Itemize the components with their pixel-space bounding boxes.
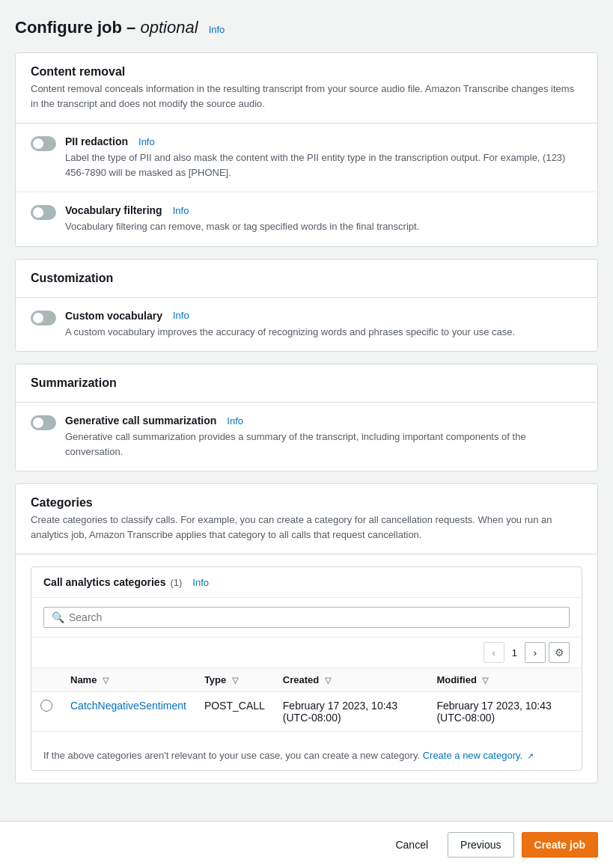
custom-vocabulary-slider	[31, 311, 56, 326]
custom-vocabulary-row: Custom vocabulary Info A custom vocabula…	[16, 298, 597, 352]
vocabulary-filtering-info-link[interactable]: Info	[173, 205, 189, 216]
sort-icon-type: ▽	[232, 676, 238, 685]
pii-redaction-content: PII redaction Info Label the type of PII…	[65, 135, 582, 180]
customization-title: Customization	[31, 272, 582, 285]
generative-call-row: Generative call summarization Info Gener…	[16, 403, 597, 471]
call-analytics-categories-card: Call analytics categories (1) Info 🔍 ‹ 1…	[31, 566, 582, 771]
create-job-button[interactable]: Create job	[522, 832, 598, 858]
create-new-category-link[interactable]: Create a new category. ↗	[423, 750, 534, 761]
summarization-section: Summarization Generative call summarizat…	[15, 364, 598, 471]
content-removal-section: Content removal Content removal conceals…	[15, 52, 598, 247]
customization-header: Customization	[16, 260, 597, 298]
vocabulary-filtering-description: Vocabulary filtering can remove, mask or…	[65, 219, 582, 234]
table-header-radio	[31, 668, 61, 692]
pagination-prev-button[interactable]: ‹	[484, 642, 504, 663]
pii-redaction-info-link[interactable]: Info	[138, 136, 155, 147]
customization-body: Custom vocabulary Info A custom vocabula…	[16, 298, 597, 352]
categories-count: (1)	[170, 577, 182, 588]
footer-note: If the above categories aren't relevant …	[31, 741, 582, 770]
customization-section: Customization Custom vocabulary Info A c…	[15, 259, 598, 352]
vocabulary-filtering-content: Vocabulary filtering Info Vocabulary fil…	[65, 204, 582, 234]
row-name-link[interactable]: CatchNegativeSentiment	[70, 700, 186, 712]
pii-redaction-row: PII redaction Info Label the type of PII…	[16, 123, 597, 192]
content-removal-body: PII redaction Info Label the type of PII…	[16, 123, 597, 246]
cancel-button[interactable]: Cancel	[383, 833, 440, 857]
table-header-modified: Modified ▽	[427, 668, 582, 692]
search-icon: 🔍	[52, 611, 64, 623]
content-removal-title: Content removal	[31, 65, 582, 79]
custom-vocabulary-description: A custom vocabulary improves the accurac…	[65, 325, 582, 340]
row-type-cell: POST_CALL	[195, 692, 274, 732]
generative-call-description: Generative call summarization provides a…	[65, 430, 582, 459]
categories-section: Categories Create categories to classify…	[15, 483, 598, 783]
search-bar: 🔍	[43, 607, 570, 628]
generative-call-info-link[interactable]: Info	[227, 415, 243, 427]
content-removal-description: Content removal conceals information in …	[31, 82, 582, 111]
categories-table: Name ▽ Type ▽ Created ▽ Modified ▽ Catch…	[31, 668, 582, 732]
custom-vocabulary-content: Custom vocabulary Info A custom vocabula…	[65, 310, 582, 340]
table-settings-button[interactable]: ⚙	[549, 642, 570, 663]
custom-vocabulary-toggle[interactable]	[31, 311, 56, 326]
categories-description: Create categories to classify calls. For…	[31, 513, 582, 542]
sort-icon-created: ▽	[325, 676, 331, 685]
row-radio-cell	[31, 692, 61, 732]
row-modified-cell: February 17 2023, 10:43 (UTC-08:00)	[427, 692, 582, 732]
vocabulary-filtering-toggle[interactable]	[31, 205, 56, 220]
categories-header: Categories Create categories to classify…	[16, 484, 597, 554]
sort-icon-modified: ▽	[482, 676, 488, 685]
table-header-name: Name ▽	[61, 668, 195, 692]
categories-info-link[interactable]: Info	[192, 577, 209, 588]
categories-body: Call analytics categories (1) Info 🔍 ‹ 1…	[16, 554, 597, 783]
summarization-body: Generative call summarization Info Gener…	[16, 403, 597, 471]
pii-redaction-description: Label the type of PII and also mask the …	[65, 150, 582, 180]
vocabulary-filtering-label: Vocabulary filtering	[65, 204, 162, 216]
row-created-cell: February 17 2023, 10:43 (UTC-08:00)	[274, 692, 428, 732]
pii-redaction-label: PII redaction	[65, 135, 128, 147]
table-body: CatchNegativeSentiment POST_CALL Februar…	[31, 692, 582, 732]
custom-vocabulary-label: Custom vocabulary	[65, 310, 162, 322]
summarization-header: Summarization	[16, 364, 597, 403]
inner-card-header: Call analytics categories (1) Info	[31, 567, 582, 598]
table-header-row: Name ▽ Type ▽ Created ▽ Modified ▽	[31, 668, 582, 692]
pii-redaction-slider	[31, 136, 56, 151]
search-bar-row: 🔍	[31, 598, 582, 638]
search-input[interactable]	[69, 611, 561, 623]
vocabulary-filtering-slider	[31, 205, 56, 220]
page-title: Configure job – optional Info	[15, 18, 598, 37]
table-header-created: Created ▽	[274, 668, 428, 692]
previous-button[interactable]: Previous	[448, 832, 513, 858]
vocabulary-filtering-row: Vocabulary filtering Info Vocabulary fil…	[16, 192, 597, 246]
pagination-next-button[interactable]: ›	[525, 642, 546, 663]
sort-icon-name: ▽	[103, 676, 109, 685]
table-header-type: Type ▽	[195, 668, 274, 692]
inner-card-title: Call analytics categories	[43, 576, 165, 588]
generative-call-slider	[31, 415, 56, 430]
summarization-title: Summarization	[31, 376, 582, 390]
generative-call-content: Generative call summarization Info Gener…	[65, 415, 582, 459]
generative-call-toggle[interactable]	[31, 415, 56, 430]
row-name-cell: CatchNegativeSentiment	[61, 692, 195, 732]
pagination-current: 1	[507, 647, 522, 658]
page-info-link[interactable]: Info	[209, 24, 225, 35]
row-radio-input[interactable]	[40, 700, 52, 712]
action-bar: Cancel Previous Create job	[0, 821, 613, 868]
external-link-icon: ↗	[527, 751, 534, 760]
table-row: CatchNegativeSentiment POST_CALL Februar…	[31, 692, 582, 732]
content-removal-header: Content removal Content removal conceals…	[16, 53, 597, 123]
categories-title: Categories	[31, 496, 582, 510]
custom-vocabulary-info-link[interactable]: Info	[173, 310, 189, 321]
pagination-row: ‹ 1 › ⚙	[31, 638, 582, 668]
pii-redaction-toggle[interactable]	[31, 136, 56, 151]
generative-call-label: Generative call summarization	[65, 415, 216, 427]
